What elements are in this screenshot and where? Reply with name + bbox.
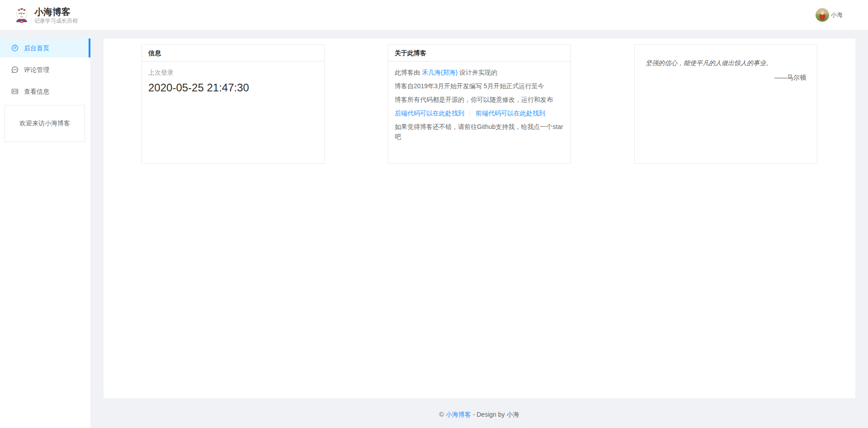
- quote-text: 坚强的信心，能使平凡的人做出惊人的事业。: [646, 58, 806, 68]
- site-subtitle: 记录学习成长历程: [34, 18, 78, 24]
- footer-site-link[interactable]: 小海博客: [446, 411, 471, 418]
- page-footer: © 小海博客 - Design by 小海: [90, 398, 868, 428]
- cards-row: 信息 上次登录 2020-05-25 21:47:30 关于此博客 此博客由 禾…: [104, 38, 855, 164]
- sidebar-item-label: 评论管理: [24, 60, 49, 79]
- about-star-line: 如果觉得博客还不错，请前往Github支持我，给我点一个star吧: [395, 122, 564, 142]
- last-login-time: 2020-05-25 21:47:30: [148, 81, 318, 94]
- about-opensource-line: 博客所有代码都是开源的，你可以随意修改，运行和发布: [395, 95, 564, 105]
- copyright-symbol: ©: [439, 411, 446, 418]
- dashboard-icon: [11, 44, 19, 52]
- sidebar-item-dashboard[interactable]: 后台首页: [0, 38, 90, 57]
- blog-logo-icon: [14, 7, 30, 24]
- quote-card: 坚强的信心，能使平凡的人做出惊人的事业。 ——马尔顿: [634, 44, 817, 164]
- about-history-line: 博客自2019年3月开始开发编写 5月开始正式运行至今: [395, 81, 564, 91]
- idcard-icon: [11, 88, 19, 95]
- about-card: 关于此博客 此博客由 禾几海(郑海) 设计并实现的 博客自2019年3月开始开发…: [388, 44, 571, 164]
- user-avatar: [816, 8, 829, 22]
- info-card-title: 信息: [142, 45, 324, 62]
- app-header: 小海博客 记录学习成长历程 小海: [0, 0, 868, 30]
- sidebar-item-label: 后台首页: [24, 38, 49, 57]
- backend-code-link[interactable]: 后端代码可以在此处找到: [395, 109, 464, 117]
- user-name: 小海: [831, 11, 843, 19]
- author-link[interactable]: 禾几海(郑海): [422, 69, 458, 76]
- about-card-title: 关于此博客: [388, 45, 571, 62]
- user-menu[interactable]: 小海: [816, 8, 843, 22]
- main-content: 信息 上次登录 2020-05-25 21:47:30 关于此博客 此博客由 禾…: [104, 38, 855, 398]
- sidebar-item-view-info[interactable]: 查看信息: [0, 82, 90, 101]
- sidebar-nav: 后台首页 评论管理 查看信息 欢迎来访小海博客: [0, 38, 90, 428]
- sidebar-item-label: 查看信息: [24, 82, 49, 101]
- last-login-label: 上次登录: [148, 67, 318, 77]
- quote-author: ——马尔顿: [646, 74, 806, 82]
- about-author-suffix: 设计并实现的: [458, 69, 497, 76]
- site-title: 小海博客: [34, 6, 78, 17]
- footer-designer: 小海: [506, 411, 519, 418]
- footer-middle-text: - Design by: [471, 411, 507, 418]
- frontend-code-link[interactable]: 前端代码可以在此处找到: [476, 109, 545, 117]
- sidebar-item-comments[interactable]: 评论管理: [0, 60, 90, 79]
- about-code-links-line: 后端代码可以在此处找到前端代码可以在此处找到: [395, 108, 564, 118]
- info-card: 信息 上次登录 2020-05-25 21:47:30: [142, 44, 325, 164]
- vertical-divider: [470, 111, 470, 117]
- welcome-text: 欢迎来访小海博客: [19, 119, 70, 128]
- brand-logo-block[interactable]: 小海博客 记录学习成长历程: [14, 6, 78, 24]
- welcome-box: 欢迎来访小海博客: [5, 105, 85, 142]
- comment-icon: [11, 66, 19, 73]
- about-author-line: 此博客由 禾几海(郑海) 设计并实现的: [395, 67, 564, 77]
- about-author-prefix: 此博客由: [395, 69, 422, 76]
